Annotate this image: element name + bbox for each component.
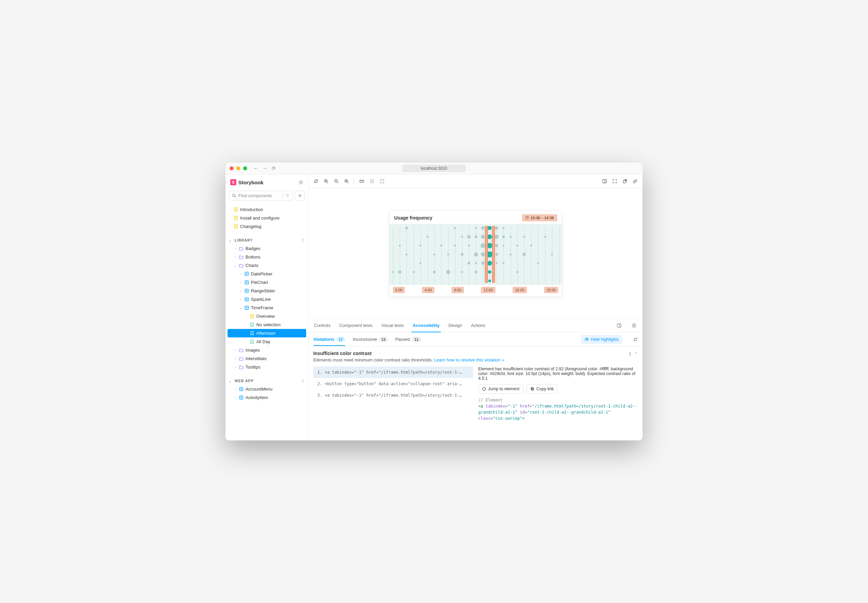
violation-element-list: 1. <a tabindex="-1" href="/iframe.html?p… <box>313 366 473 421</box>
jump-to-element-button[interactable]: Jump to element <box>478 384 523 394</box>
preview-canvas: Usage frequency 13:30 – 14:30 0:004:008:… <box>308 188 643 319</box>
folder-icon <box>239 246 243 251</box>
minimize-window-button[interactable] <box>236 166 240 170</box>
collapse-rule-button[interactable]: ⌃ <box>634 352 638 356</box>
zoom-in-button[interactable] <box>324 179 329 184</box>
target-icon <box>482 387 486 391</box>
sidebar-item-accountmenu[interactable]: ›AccountMenu <box>228 385 306 393</box>
storybook-logo-icon: S <box>230 179 236 185</box>
range-handle-end[interactable] <box>492 226 495 283</box>
traffic-lights <box>229 166 247 170</box>
sidebar-item-badges[interactable]: ›Badges <box>228 244 306 253</box>
fullscreen-button[interactable] <box>612 179 617 184</box>
component-icon <box>245 272 249 276</box>
addon-tab-visual-tests[interactable]: Visual tests <box>381 319 405 332</box>
time-axis: 0:004:008:0012:0016:0020:00 <box>390 285 562 297</box>
sidebar-item-buttons[interactable]: ›Buttons <box>228 253 306 261</box>
a11y-subtab-passed[interactable]: Passed 11 <box>395 333 421 346</box>
url-bar[interactable]: localhost:3010 <box>402 165 465 172</box>
addon-tab-controls[interactable]: Controls <box>313 319 331 332</box>
search-input[interactable]: Find components / <box>229 191 293 201</box>
sidebar-item-sparkline[interactable]: ›SparkLine <box>228 295 306 303</box>
copy-link-button-detail[interactable]: Copy link <box>527 384 557 394</box>
sidebar-item-rangeslider[interactable]: ›RangeSlider <box>228 287 306 295</box>
addon-tab-component-tests[interactable]: Component tests <box>338 319 373 332</box>
sidebar-item-charts[interactable]: ⌄Charts <box>228 261 306 270</box>
component-icon <box>239 387 243 391</box>
sidebar-item-datepicker[interactable]: ›DatePicker <box>228 270 306 278</box>
sidebar: S Storybook Find components / Introducti… <box>225 175 308 441</box>
sidebar-item-all-day[interactable]: All Day <box>228 337 306 346</box>
component-icon <box>245 280 249 284</box>
sidebar-item-images[interactable]: ›Images <box>228 346 306 354</box>
sidebar-doc-item[interactable]: Changelog <box>228 222 306 231</box>
a11y-subtab-violations[interactable]: Violations 17 <box>313 333 345 346</box>
sidebar-doc-item[interactable]: Introduction <box>228 205 306 214</box>
section-webapp[interactable]: ⌄ WEB APP <box>225 375 308 385</box>
addon-tabs: ControlsComponent testsVisual testsAcces… <box>308 319 643 332</box>
sidebar-item-tooltips[interactable]: ›Tooltips <box>228 363 306 371</box>
sidebar-item-interstitials[interactable]: ›Interstitials <box>228 354 306 363</box>
addon-tab-accessibility[interactable]: Accessibility <box>412 319 440 332</box>
sidebar-item-no-selection[interactable]: No selection <box>228 320 306 329</box>
dot-chart[interactable] <box>390 224 562 285</box>
folder-icon <box>239 348 243 352</box>
a11y-detail: Insufficient color contrast 3 ⌃ Elements… <box>308 346 643 441</box>
sidebar-doc-item[interactable]: Install and configure <box>228 214 306 222</box>
component-icon <box>245 297 249 302</box>
toggle-panel-pos-button[interactable] <box>615 323 623 328</box>
hide-highlights-button[interactable]: Hide highlights <box>581 335 622 344</box>
preview-toolbar <box>308 175 643 188</box>
toggle-addons-button[interactable] <box>602 179 607 184</box>
remount-button[interactable] <box>313 179 319 184</box>
sidebar-item-afternoon[interactable]: Afternoon <box>228 329 306 337</box>
storybook-logo[interactable]: S Storybook <box>230 179 264 185</box>
learn-more-link[interactable]: Learn how to resolve this violation » <box>434 357 504 362</box>
chart-title: Usage frequency <box>394 215 432 221</box>
addon-tab-actions[interactable]: Actions <box>470 319 486 332</box>
sidebar-item-activityitem[interactable]: ›ActivityItem <box>228 393 306 402</box>
doc-icon <box>234 207 238 212</box>
component-icon <box>245 306 249 310</box>
nav-back-button[interactable]: ← <box>253 165 258 172</box>
violation-element-row[interactable]: 3. <a tabindex="-1" href="/iframe.html?p… <box>313 390 473 401</box>
settings-button[interactable] <box>298 180 304 185</box>
selected-range-badge: 13:30 – 14:30 <box>522 215 557 221</box>
zoom-out-button[interactable] <box>334 179 339 184</box>
copy-link-button[interactable] <box>632 179 638 184</box>
time-tick: 20:00 <box>544 287 558 293</box>
sidebar-item-overview[interactable]: Overview <box>228 312 306 320</box>
close-panel-button[interactable] <box>630 323 638 328</box>
maximize-window-button[interactable] <box>243 166 247 170</box>
clock-icon <box>525 216 529 220</box>
sort-icon <box>301 238 305 242</box>
story-icon <box>250 331 254 336</box>
close-window-button[interactable] <box>229 166 234 170</box>
violation-element-row[interactable]: 2. <button type="button" data-action="co… <box>313 378 473 390</box>
open-isolate-button[interactable] <box>622 179 628 184</box>
range-handle-start[interactable] <box>485 226 488 283</box>
sidebar-item-piechart[interactable]: ›PieChart <box>228 278 306 287</box>
doc-icon <box>234 216 238 220</box>
violation-detail-text: Element has insufficient color contrast … <box>478 366 638 381</box>
app-window: ← → ⟳ localhost:3010 S Storybook Find co… <box>225 162 643 441</box>
nav-forward-button[interactable]: → <box>262 165 268 172</box>
folder-icon <box>239 255 243 259</box>
zoom-reset-button[interactable] <box>344 179 349 184</box>
new-story-button[interactable] <box>294 191 305 201</box>
nav-reload-button[interactable]: ⟳ <box>271 165 276 172</box>
time-tick: 16:00 <box>513 287 527 293</box>
section-library[interactable]: ⌄ LIBRARY <box>225 235 308 244</box>
addon-tab-design[interactable]: Design <box>448 319 462 332</box>
sidebar-item-timeframe[interactable]: ⌄TimeFrame <box>228 303 306 312</box>
a11y-subtab-inconclusive[interactable]: Inconclusive 13 <box>353 333 388 346</box>
measure-button[interactable] <box>359 179 364 184</box>
grid-button[interactable] <box>369 179 375 184</box>
rerun-a11y-button[interactable] <box>633 337 638 342</box>
folder-icon <box>239 356 243 361</box>
filter-icon <box>285 194 290 198</box>
addon-panel: ControlsComponent testsVisual testsAcces… <box>308 319 643 441</box>
violation-element-row[interactable]: 1. <a tabindex="-1" href="/iframe.html?p… <box>313 366 473 378</box>
outline-button[interactable] <box>380 179 385 184</box>
timeframe-component: Usage frequency 13:30 – 14:30 0:004:008:… <box>389 210 562 297</box>
